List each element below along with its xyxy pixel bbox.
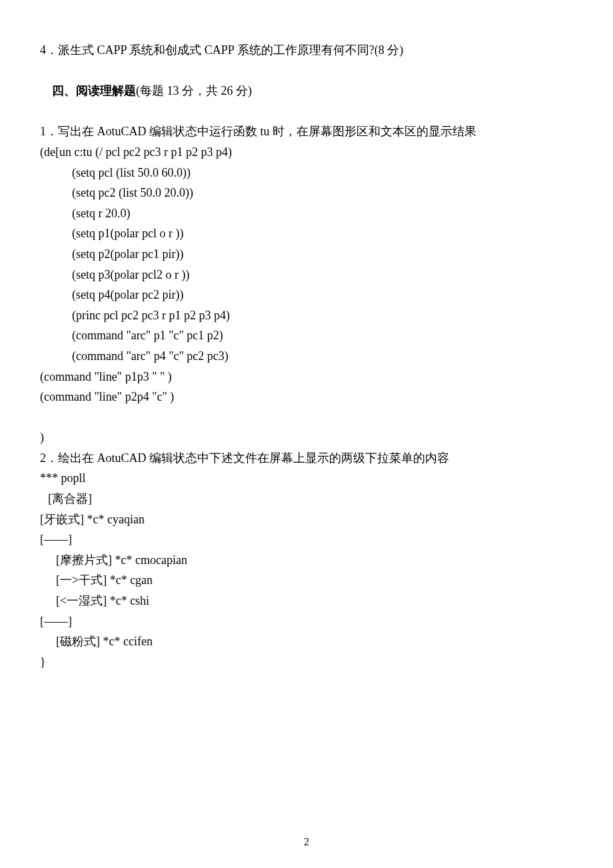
section-4-label: 四、 xyxy=(52,84,76,97)
question-4: 4．派生式 CAPP 系统和创成式 CAPP 系统的工作原理有何不同?(8 分) xyxy=(40,40,573,61)
section-4-heading: 四、阅读理解题(每题 13 分，共 26 分) xyxy=(40,61,573,122)
q1-code-line: (setq r 20.0) xyxy=(40,203,573,224)
q1-code-line: (setq p1(polar pcl o r )) xyxy=(40,223,573,244)
q1-code-line: (de[un c:tu (/ pcl pc2 pc3 r p1 p2 p3 p4… xyxy=(40,142,573,163)
q2-line: [磁粉式] *c* ccifen xyxy=(40,631,573,652)
section-4-scoring: (每题 13 分，共 26 分) xyxy=(136,84,252,97)
q1-prompt: 1．写出在 AotuCAD 编辑状态中运行函数 tu 时，在屏幕图形区和文本区的… xyxy=(40,121,573,142)
q1-code-line: (setq p4(polar pc2 pir)) xyxy=(40,285,573,305)
q1-tail-line: (command "line" p1p3 " " ) xyxy=(40,367,573,387)
q1-code-line: (princ pcl pc2 pc3 r p1 p2 p3 p4) xyxy=(40,305,573,326)
q2-prompt: 2．绘出在 AotuCAD 编辑状态中下述文件在屏幕上显示的两级下拉菜单的内容 xyxy=(40,448,573,469)
q2-line: [<一湿式] *c* cshi xyxy=(40,591,573,611)
q2-line: [离合器] xyxy=(40,489,573,509)
q2-line: *** popll xyxy=(40,468,573,489)
q1-code-line: (setq p3(polar pcl2 o r )) xyxy=(40,265,573,285)
page: 4．派生式 CAPP 系统和创成式 CAPP 系统的工作原理有何不同?(8 分)… xyxy=(0,0,613,868)
q2-line: [——] xyxy=(40,529,573,550)
q1-code-line: (command "arc" p4 "c" pc2 pc3) xyxy=(40,346,573,367)
q2-line: [——] xyxy=(40,611,573,632)
q1-code-line: (setq pcl (list 50.0 60.0)) xyxy=(40,163,573,183)
q1-code-line: (command "arc" p1 "c" pc1 p2) xyxy=(40,325,573,346)
q1-code-line: (setq p2(polar pc1 pir)) xyxy=(40,244,573,265)
q2-line: } xyxy=(40,652,573,673)
q1-blank-line xyxy=(40,407,573,428)
q1-tail-line: (command "line" p2p4 "c" ) xyxy=(40,387,573,407)
q1-tail-line: ) xyxy=(40,427,573,448)
q1-code-line: (setq pc2 (list 50.0 20.0)) xyxy=(40,183,573,203)
q2-line: [摩擦片式] *c* cmocapian xyxy=(40,550,573,571)
section-4-title: 阅读理解题 xyxy=(76,84,136,97)
page-number: 2 xyxy=(0,836,613,848)
q2-line: [一>干式] *c* cgan xyxy=(40,570,573,591)
q2-line: [牙嵌式] *c* cyaqian xyxy=(40,509,573,530)
